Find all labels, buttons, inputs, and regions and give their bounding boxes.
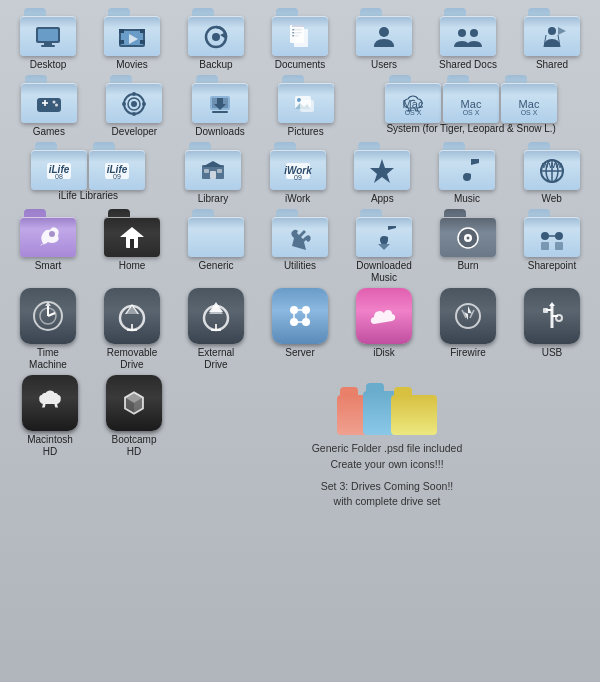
time-machine-icon[interactable]: TimeMachine <box>8 288 88 371</box>
web-icon[interactable]: WWW Web <box>512 142 592 205</box>
svg-point-29 <box>55 104 58 107</box>
svg-point-36 <box>131 101 137 107</box>
sharepoint-icon[interactable]: Sharepoint <box>512 209 592 284</box>
users-icon[interactable]: Users <box>344 8 424 71</box>
svg-rect-79 <box>541 242 549 250</box>
bootcamp-hd-icon[interactable]: BootcampHD <box>94 375 174 458</box>
smart-icon[interactable]: Smart <box>8 209 88 284</box>
home-icon[interactable]: Home <box>92 209 172 284</box>
svg-marker-12 <box>220 32 226 39</box>
svg-marker-111 <box>549 302 555 306</box>
svg-rect-59 <box>204 169 209 173</box>
svg-point-13 <box>212 33 220 41</box>
movies-icon[interactable]: Movies <box>92 8 172 71</box>
shared-docs-icon[interactable]: Shared Docs <box>428 8 508 71</box>
svg-point-23 <box>548 27 556 35</box>
svg-rect-19 <box>294 29 308 47</box>
downloads-icon[interactable]: Downloads <box>180 75 260 138</box>
svg-rect-6 <box>119 29 124 33</box>
firewire-icon[interactable]: Firewire <box>428 288 508 371</box>
svg-point-20 <box>379 27 389 37</box>
generic-icon[interactable]: Generic <box>176 209 256 284</box>
svg-marker-24 <box>558 27 566 35</box>
apps-icon[interactable]: Apps <box>342 142 422 205</box>
svg-point-32 <box>132 92 136 96</box>
svg-rect-58 <box>210 171 216 179</box>
svg-point-34 <box>122 102 126 106</box>
system-icon[interactable]: MacOS X MacOS X Ma <box>351 75 591 138</box>
svg-text:09: 09 <box>113 173 121 180</box>
macintosh-hd-icon[interactable]: MacintoshHD <box>10 375 90 458</box>
usb-icon[interactable]: USB <box>512 288 592 371</box>
games-icon[interactable]: Games <box>9 75 89 138</box>
external-drive-icon[interactable]: ExternalDrive <box>176 288 256 371</box>
server-icon[interactable]: Server <box>260 288 340 371</box>
removable-drive-icon[interactable]: RemovableDrive <box>92 288 172 371</box>
svg-rect-44 <box>300 100 314 112</box>
shared-icon[interactable]: Shared <box>512 8 592 71</box>
svg-point-21 <box>458 29 466 37</box>
svg-rect-7 <box>140 29 145 33</box>
pictures-icon[interactable]: Pictures <box>266 75 346 138</box>
svg-point-22 <box>470 29 478 37</box>
svg-text:OS X: OS X <box>463 109 480 116</box>
developer-icon[interactable]: Developer <box>94 75 174 138</box>
svg-rect-72 <box>130 239 134 248</box>
svg-point-110 <box>556 315 562 321</box>
svg-text:OS X: OS X <box>405 109 422 116</box>
iwork-icon[interactable]: iWork09 iWork <box>258 142 338 205</box>
svg-rect-109 <box>543 308 548 313</box>
svg-text:08: 08 <box>55 173 63 180</box>
svg-text:09: 09 <box>294 174 302 181</box>
svg-rect-60 <box>217 169 222 173</box>
documents-icon[interactable]: Documents <box>260 8 340 71</box>
svg-rect-15 <box>292 25 304 27</box>
svg-marker-71 <box>120 227 144 237</box>
backup-icon[interactable]: Backup <box>176 8 256 71</box>
downloaded-music-icon[interactable]: DownloadedMusic <box>344 209 424 284</box>
desktop-icon[interactable]: Desktop <box>8 8 88 71</box>
svg-point-69 <box>49 231 55 237</box>
svg-rect-80 <box>555 242 563 250</box>
svg-marker-73 <box>378 238 390 250</box>
svg-rect-8 <box>119 40 124 44</box>
idisk-icon[interactable]: iDisk <box>344 288 424 371</box>
svg-rect-9 <box>140 40 145 44</box>
svg-point-33 <box>132 112 136 116</box>
svg-point-76 <box>467 237 470 240</box>
utilities-icon[interactable]: Utilities <box>260 209 340 284</box>
music-icon[interactable]: Music <box>427 142 507 205</box>
svg-point-28 <box>52 101 55 104</box>
svg-rect-3 <box>41 45 55 47</box>
svg-rect-27 <box>44 100 46 106</box>
svg-rect-40 <box>212 111 228 113</box>
burn-icon[interactable]: Burn <box>428 209 508 284</box>
library-icon[interactable]: Library <box>173 142 253 205</box>
svg-text:WWW: WWW <box>542 162 562 169</box>
svg-line-85 <box>48 313 55 316</box>
svg-rect-1 <box>38 29 58 41</box>
svg-point-35 <box>142 102 146 106</box>
ilife-libraries-icon[interactable]: iLife08 iLife09 iLife Libraries <box>8 142 168 201</box>
svg-text:OS X: OS X <box>521 109 538 116</box>
bottom-text-block: Generic Folder .psd file included Create… <box>312 441 463 510</box>
